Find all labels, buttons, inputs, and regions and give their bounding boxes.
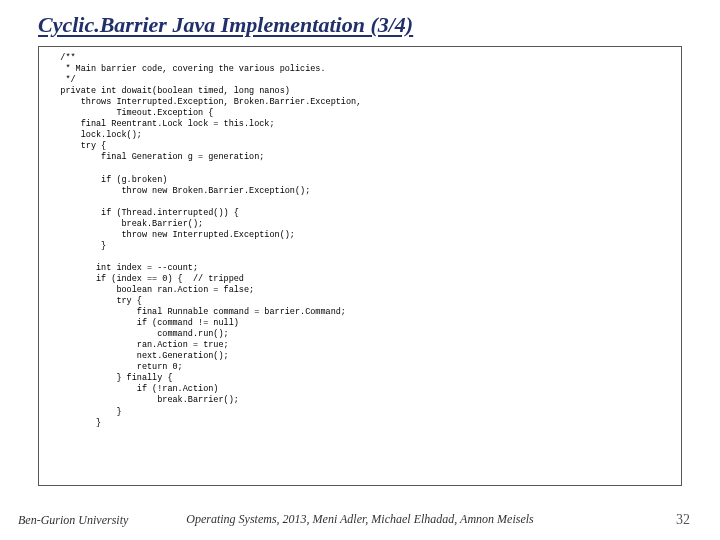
code-box: /** * Main barrier code, covering the va… <box>38 46 682 486</box>
footer-course: Operating Systems, 2013, Meni Adler, Mic… <box>186 512 534 527</box>
footer: Ben-Gurion University Operating Systems,… <box>0 512 720 528</box>
slide-title: Cyclic.Barrier Java Implementation (3/4) <box>38 12 682 38</box>
slide: Cyclic.Barrier Java Implementation (3/4)… <box>0 0 720 540</box>
footer-university: Ben-Gurion University <box>18 513 128 528</box>
code-listing: /** * Main barrier code, covering the va… <box>45 53 673 429</box>
page-number: 32 <box>676 512 690 528</box>
